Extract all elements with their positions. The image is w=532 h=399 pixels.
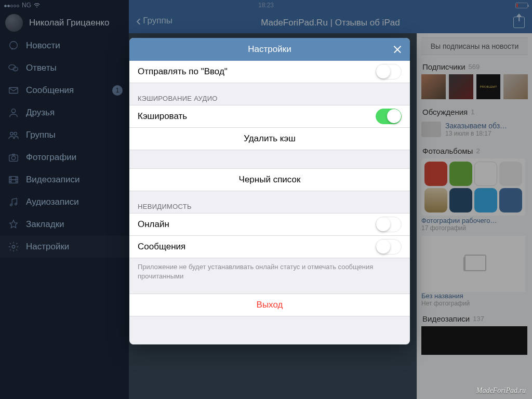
cell-label: Сообщения: [138, 242, 376, 252]
settings-modal: Настройки Отправлять по "Ввод" КЭШИРОВАН…: [129, 38, 410, 344]
clear-cache-button[interactable]: Удалить кэш: [129, 127, 410, 150]
close-button[interactable]: [391, 43, 404, 56]
row-send-on-enter: Отправлять по "Ввод": [129, 61, 410, 83]
toggle-online[interactable]: [376, 217, 402, 232]
toggle-send-on-enter[interactable]: [376, 64, 402, 79]
cell-label: Удалить кэш: [244, 134, 296, 144]
watermark: MadeForiPad.ru: [476, 387, 526, 395]
cell-label: Выход: [257, 300, 283, 310]
row-messages: Сообщения: [129, 235, 410, 258]
modal-body[interactable]: Отправлять по "Ввод" КЭШИРОВАНИЕ АУДИО К…: [129, 61, 410, 344]
section-cache-header: КЭШИРОВАНИЕ АУДИО: [129, 83, 410, 105]
blacklist-button[interactable]: Черный список: [129, 168, 410, 191]
toggle-messages[interactable]: [376, 239, 402, 255]
cell-label: Онлайн: [138, 219, 376, 230]
logout-button[interactable]: Выход: [129, 294, 410, 316]
cell-label: Кэшировать: [138, 111, 376, 122]
cell-label: Отправлять по "Ввод": [138, 66, 376, 77]
toggle-cache[interactable]: [376, 109, 402, 124]
section-invisibility-header: НЕВИДИМОСТЬ: [129, 191, 410, 214]
row-online: Онлайн: [129, 213, 410, 236]
row-cache: Кэшировать: [129, 105, 410, 128]
modal-header: Настройки: [129, 38, 410, 61]
modal-title: Настройки: [248, 44, 291, 55]
cell-label: Черный список: [239, 175, 301, 185]
invisibility-footnote: Приложение не будет устанавливать онлайн…: [129, 258, 410, 281]
